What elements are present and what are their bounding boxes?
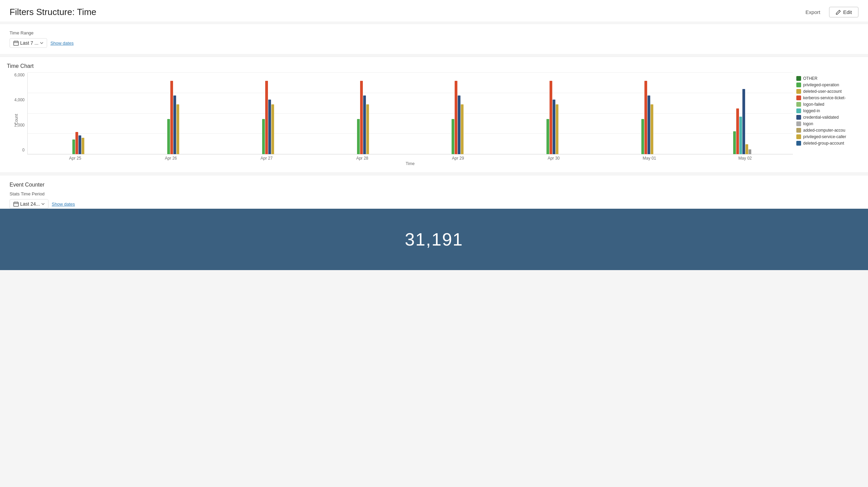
bar [363,95,366,154]
chart-grid [27,73,793,154]
chart-outer: 6,000 4,000 2,000 0 Count [7,73,861,166]
legend-item-privileged-service: privileged-service-caller [796,134,861,139]
time-range-selector[interactable]: Last 7 ... [10,38,47,48]
time-chart-section: Time Chart 6,000 4,000 2,000 0 Count [0,57,868,172]
bar [455,81,457,154]
legend-color-deleted-user [796,89,801,94]
date-group-apr30 [505,73,600,154]
bar [265,81,268,154]
legend-item-logged-in: logged-in [796,108,861,113]
bar [736,108,739,154]
y-axis-label: Count [14,114,19,125]
bar [644,81,647,154]
event-counter-title: Event Counter [10,182,858,188]
bar [648,95,650,154]
legend-color-cred-val [796,115,801,120]
bar [268,100,271,154]
stats-time-row: Last 24... Show dates [10,199,858,209]
bars-container [28,73,793,154]
legend-item-deleted-group: deleted-group-account [796,141,861,146]
bar [641,119,644,154]
bar [360,81,363,154]
chart-title: Time Chart [7,63,861,69]
edit-icon [836,10,841,15]
export-button[interactable]: Export [801,7,825,17]
bar [742,89,745,154]
date-group-may02 [695,73,789,154]
time-range-label: Time Range [10,30,858,35]
bar [170,81,173,154]
bar [72,139,75,154]
legend-color-logon [796,121,801,126]
bar [461,104,464,154]
date-group-apr26 [126,73,221,154]
legend-color-logon-failed [796,102,801,107]
time-range-section: Time Range Last 7 ... Show dates [0,24,868,54]
bar [458,95,460,154]
x-axis: Apr 25 Apr 26 Apr 27 Apr 28 Apr 29 Apr 3… [27,156,793,161]
show-dates-button-2[interactable]: Show dates [52,202,75,207]
bar [550,81,552,154]
bar [262,119,265,154]
bar [739,117,742,154]
bar [82,138,84,154]
legend-color-kerberos [796,95,801,100]
page-title: Filters Structure: Time [10,7,96,17]
calendar-icon-2 [13,201,19,207]
time-range-value: Last 7 ... [20,40,39,46]
date-group-apr28 [315,73,410,154]
bar [357,119,360,154]
bar [167,119,170,154]
calendar-icon [13,40,19,46]
edit-button[interactable]: Edit [829,7,858,17]
legend-color-priv-svc [796,134,801,139]
chart-inner: Apr 25 Apr 26 Apr 27 Apr 28 Apr 29 Apr 3… [27,73,793,166]
date-group-apr25 [31,73,126,154]
legend-color-added-comp [796,128,801,133]
legend-item-logon: logon [796,121,861,126]
legend-item-other: OTHER [796,76,861,81]
show-dates-button[interactable]: Show dates [51,41,74,46]
event-counter-section: Event Counter Stats Time Period Last 24.… [0,176,868,270]
header-actions: Export Edit [801,7,858,17]
legend-color-other [796,76,801,81]
legend-color-priv-op [796,83,801,87]
bar [546,119,549,154]
legend-color-logged-in [796,108,801,113]
chart-legend: OTHER privileged-operation deleted-user-… [793,73,861,166]
bar [556,104,558,154]
bar [176,104,179,154]
time-range-row: Last 7 ... Show dates [10,38,858,48]
bar [75,132,78,154]
bar [745,144,748,154]
bar [553,100,555,154]
date-group-apr29 [410,73,505,154]
legend-color-deleted-group [796,141,801,146]
svg-rect-1 [14,202,18,206]
stats-time-label: Stats Time Period [10,191,858,196]
page-header: Filters Structure: Time Export Edit [0,0,868,21]
date-group-may01 [600,73,695,154]
stats-time-selector[interactable]: Last 24... [10,199,48,209]
counter-number: 31,191 [7,229,861,250]
legend-item-privileged-operation: privileged-operation [796,83,861,87]
svg-rect-0 [14,41,18,45]
bar [651,104,653,154]
counter-display: 31,191 [0,209,868,270]
bar [271,104,274,154]
legend-item-kerberos: kerberos-service-ticket- [796,95,861,100]
legend-item-added-computer: added-computer-accou [796,128,861,133]
bar [733,131,736,154]
x-axis-title: Time [27,161,793,166]
legend-item-deleted-user: deleted-user-account [796,89,861,94]
legend-item-logon-failed: logon-failed [796,102,861,107]
stats-time-value: Last 24... [20,201,40,207]
bar [366,104,369,154]
chart-area: 6,000 4,000 2,000 0 Count [7,73,793,166]
bar [173,95,176,154]
chevron-down-icon [40,41,43,45]
date-group-apr27 [221,73,316,154]
bar [452,119,454,154]
legend-item-credential-validated: credential-validated [796,115,861,120]
bar [79,135,81,154]
